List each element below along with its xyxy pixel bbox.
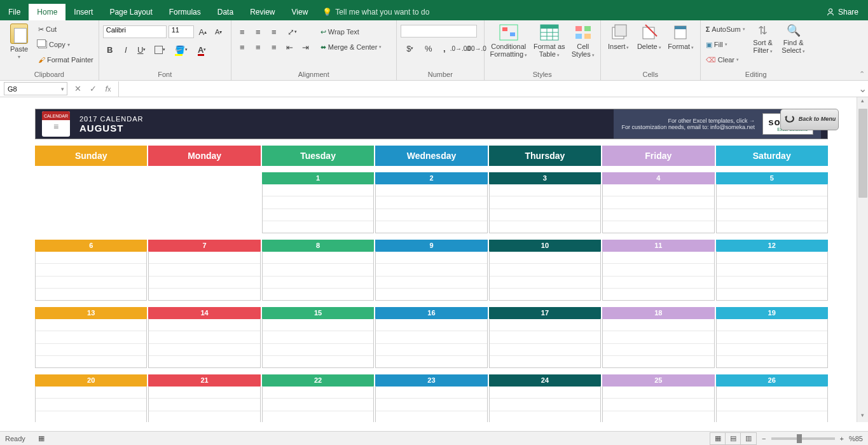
page-layout-button[interactable]: ▤ <box>726 433 741 444</box>
menu-formulas[interactable]: Formulas <box>161 4 209 20</box>
decrease-indent-button[interactable]: ⇤ <box>283 40 297 54</box>
bold-button[interactable]: B <box>103 43 117 57</box>
cond-format-button[interactable]: Conditional Formatting ▾ <box>488 22 529 59</box>
calendar-cell[interactable]: 23 <box>375 374 487 422</box>
align-center-button[interactable]: ≡ <box>251 40 265 54</box>
font-family-select[interactable]: Calibri <box>103 25 167 38</box>
calendar-cell[interactable]: 26 <box>716 374 828 422</box>
painter-button[interactable]: 🖌Format Painter <box>37 53 95 67</box>
format-button[interactable]: Format ▾ <box>666 22 696 51</box>
calendar-cell[interactable]: 24 <box>489 374 601 422</box>
calendar-cell[interactable]: 7 <box>148 240 260 301</box>
calendar-cell[interactable]: 18 <box>602 307 714 368</box>
group-cells: Insert ▾ Delete ▾ Format ▾ Cells <box>601 20 701 80</box>
day-header-tuesday: Tuesday <box>262 146 374 166</box>
zoom-slider[interactable] <box>771 437 835 440</box>
calendar-cell[interactable]: 15 <box>262 307 374 368</box>
align-top-button[interactable]: ≡ <box>235 25 249 39</box>
cancel-formula-button[interactable]: ✕ <box>70 81 85 97</box>
menu-home[interactable]: Home <box>29 4 65 20</box>
normal-view-button[interactable]: ▦ <box>710 433 726 444</box>
format-table-button[interactable]: Format as Table ▾ <box>532 22 567 59</box>
scroll-thumb[interactable] <box>858 109 867 198</box>
calendar-cell[interactable]: 5 <box>716 172 828 233</box>
find-button[interactable]: 🔍 Find & Select ▾ <box>780 22 808 55</box>
calendar-cell[interactable]: 14 <box>148 307 260 368</box>
wrap-button[interactable]: ↩Wrap Text <box>319 25 383 39</box>
tell-me[interactable]: 💡 Tell me what you want to do <box>316 4 436 20</box>
calendar-cell[interactable]: 1 <box>262 172 374 233</box>
cell-styles-button[interactable]: Cell Styles ▾ <box>570 22 596 59</box>
accounting-button[interactable]: $▾ <box>401 41 420 55</box>
comma-button[interactable]: , <box>437 41 451 55</box>
merge-button[interactable]: ⬌Merge & Center▾ <box>319 40 383 54</box>
zoom-in-button[interactable]: + <box>840 435 844 442</box>
paste-button[interactable]: Paste ▾ <box>4 22 34 61</box>
align-left-button[interactable]: ≡ <box>235 40 249 54</box>
increase-indent-button[interactable]: ⇥ <box>299 40 313 54</box>
page-break-button[interactable]: ▥ <box>741 433 756 444</box>
share-button[interactable]: Share <box>816 4 868 20</box>
increase-font-button[interactable]: A▴ <box>196 25 210 39</box>
menu-review[interactable]: Review <box>242 4 283 20</box>
calendar-cell[interactable]: 20 <box>35 374 147 422</box>
calendar-cell[interactable]: 12 <box>716 240 828 301</box>
expand-formula-icon[interactable]: ⌄ <box>857 83 868 95</box>
fx-button[interactable]: fx <box>100 81 116 97</box>
number-format-select[interactable] <box>401 25 477 38</box>
insert-button[interactable]: Insert ▾ <box>605 22 633 51</box>
calendar-cell[interactable]: 4 <box>602 172 714 233</box>
align-middle-button[interactable]: ≡ <box>251 25 265 39</box>
italic-button[interactable]: I <box>119 43 133 57</box>
copy-button[interactable]: Copy▾ <box>37 38 95 51</box>
back-to-menu-button[interactable]: Back to Menu <box>780 109 839 130</box>
border-button[interactable]: ▾ <box>151 43 170 57</box>
font-size-select[interactable]: 11 <box>169 25 194 38</box>
calendar-cell[interactable]: 21 <box>148 374 260 422</box>
calendar-cell[interactable]: 19 <box>716 307 828 368</box>
zoom-out-button[interactable]: − <box>762 435 766 442</box>
calendar-cell[interactable]: 16 <box>375 307 487 368</box>
menu-file[interactable]: File <box>0 4 29 20</box>
calendar-cell[interactable]: 9 <box>375 240 487 301</box>
vertical-scrollbar[interactable]: ▴ ▾ <box>857 97 868 422</box>
formula-input[interactable] <box>119 82 857 95</box>
orientation-button[interactable]: ⤢▾ <box>283 25 302 39</box>
percent-button[interactable]: % <box>422 41 436 55</box>
menu-data[interactable]: Data <box>209 4 242 20</box>
calendar-cell[interactable]: 17 <box>489 307 601 368</box>
calendar-cell[interactable]: 11 <box>602 240 714 301</box>
font-color-button[interactable]: A▾ <box>193 43 212 57</box>
macro-icon[interactable]: ▦ <box>38 434 45 442</box>
fill-button[interactable]: ▣Fill▾ <box>705 38 747 51</box>
decrease-decimal-button[interactable]: .00→.0 <box>469 41 483 55</box>
cut-button[interactable]: ✂Cut <box>37 22 95 36</box>
calendar-cell[interactable]: 10 <box>489 240 601 301</box>
menu-page-layout[interactable]: Page Layout <box>101 4 160 20</box>
calendar-cell[interactable]: 2 <box>375 172 487 233</box>
collapse-ribbon-icon[interactable]: ⌃ <box>859 70 865 78</box>
day-header-thursday: Thursday <box>489 146 601 166</box>
fill-color-button[interactable]: 🪣▾ <box>172 43 191 57</box>
format-icon <box>672 24 690 41</box>
calendar-cell[interactable]: 6 <box>35 240 147 301</box>
ready-indicator: Ready <box>5 435 25 442</box>
calendar-cell[interactable]: 3 <box>489 172 601 233</box>
underline-button[interactable]: U▾ <box>135 43 149 57</box>
autosum-button[interactable]: ΣAutoSum▾ <box>705 22 747 36</box>
sort-button[interactable]: ⇅ Sort & Filter ▾ <box>749 22 777 55</box>
calendar-cell[interactable]: 8 <box>262 240 374 301</box>
calendar-cell[interactable]: 22 <box>262 374 374 422</box>
align-bottom-button[interactable]: ≡ <box>267 25 281 39</box>
align-right-button[interactable]: ≡ <box>267 40 281 54</box>
decrease-font-button[interactable]: A▾ <box>212 25 226 39</box>
increase-decimal-button[interactable]: .0→.00 <box>453 41 467 55</box>
clear-button[interactable]: ⌫Clear▾ <box>705 53 747 67</box>
calendar-cell[interactable]: 25 <box>602 374 714 422</box>
delete-button[interactable]: Delete ▾ <box>635 22 663 51</box>
menu-insert[interactable]: Insert <box>65 4 101 20</box>
calendar-cell[interactable]: 13 <box>35 307 147 368</box>
enter-formula-button[interactable]: ✓ <box>85 81 100 97</box>
menu-view[interactable]: View <box>284 4 317 20</box>
name-box[interactable]: G8 <box>4 82 67 95</box>
